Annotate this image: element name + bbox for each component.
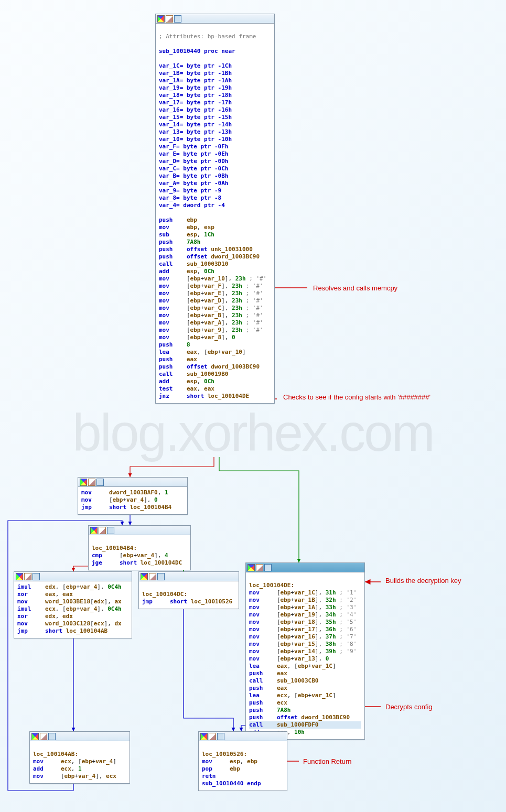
watermark-text: blog.xorhex.com — [0, 403, 506, 463]
color-icon — [200, 733, 208, 740]
block-body: ; Attributes: bp-based frame sub_1001044… — [156, 24, 274, 403]
block-body: loc_100104DC: jmp short loc_10010526 — [139, 581, 239, 609]
block-body: imul edx, [ebp+var_4], 0C4h xor eax, eax… — [14, 581, 132, 638]
color-icon — [80, 479, 87, 486]
edit-icon — [40, 733, 47, 740]
clip-icon — [174, 15, 181, 23]
annotation-decrypts: Decrypts config — [385, 703, 433, 711]
basic-block-loop-exit[interactable]: loc_100104DC: jmp short loc_10010526 — [138, 571, 239, 609]
clip-icon — [48, 733, 56, 740]
edit-icon — [209, 733, 216, 740]
basic-block-return[interactable]: loc_10010526: mov esp, ebp pop ebp retn … — [198, 731, 287, 791]
annotation-check-hash: Checks to see if the config starts with … — [283, 393, 430, 401]
basic-block-entry[interactable]: ; Attributes: bp-based frame sub_1001044… — [155, 14, 275, 404]
block-body: loc_100104DE: mov [ebp+var_1C], 31h ; '1… — [246, 572, 364, 739]
basic-block-loop-inc[interactable]: loc_100104AB: mov ecx, [ebp+var_4] add e… — [29, 731, 130, 784]
basic-block-build-key[interactable]: loc_100104DE: mov [ebp+var_1C], 31h ; '1… — [245, 562, 365, 740]
basic-block-loop-head[interactable]: loc_100104B4: cmp [ebp+var_4], 4 jge sho… — [88, 525, 191, 570]
edit-icon — [88, 479, 95, 486]
basic-block-set-flag[interactable]: mov dword_1003BAF0, 1 mov [ebp+var_4], 0… — [78, 477, 188, 515]
block-body: loc_100104AB: mov ecx, [ebp+var_4] add e… — [30, 741, 130, 783]
clip-icon — [157, 573, 165, 580]
edit-icon — [99, 527, 106, 534]
clip-icon — [107, 527, 114, 534]
color-icon — [247, 564, 255, 571]
block-titlebar — [14, 572, 132, 581]
block-body: loc_10010526: mov esp, ebp pop ebp retn … — [199, 741, 287, 791]
color-icon — [157, 15, 165, 23]
block-titlebar — [30, 732, 130, 741]
block-titlebar — [78, 478, 187, 487]
clip-icon — [217, 733, 224, 740]
annotation-builds-key: Builds the decryption key — [385, 577, 461, 584]
annotation-memcpy: Resolves and calls memcpy — [313, 284, 397, 292]
color-icon — [90, 527, 98, 534]
edit-icon — [149, 573, 156, 580]
edit-icon — [256, 564, 263, 571]
edit-icon — [24, 573, 31, 580]
color-icon — [141, 573, 148, 580]
clip-icon — [264, 564, 272, 571]
color-icon — [31, 733, 39, 740]
block-titlebar — [89, 526, 190, 535]
block-titlebar — [246, 563, 364, 572]
block-titlebar — [199, 732, 287, 741]
block-titlebar — [139, 572, 239, 581]
block-body: mov dword_1003BAF0, 1 mov [ebp+var_4], 0… — [78, 487, 187, 514]
annotation-func-return: Function Return — [303, 757, 352, 765]
block-titlebar — [156, 14, 274, 24]
clip-icon — [33, 573, 40, 580]
block-body: loc_100104B4: cmp [ebp+var_4], 4 jge sho… — [89, 535, 190, 570]
clip-icon — [96, 479, 104, 486]
color-icon — [16, 573, 23, 580]
edit-icon — [166, 15, 173, 23]
basic-block-loop-body[interactable]: imul edx, [ebp+var_4], 0C4h xor eax, eax… — [14, 571, 132, 638]
